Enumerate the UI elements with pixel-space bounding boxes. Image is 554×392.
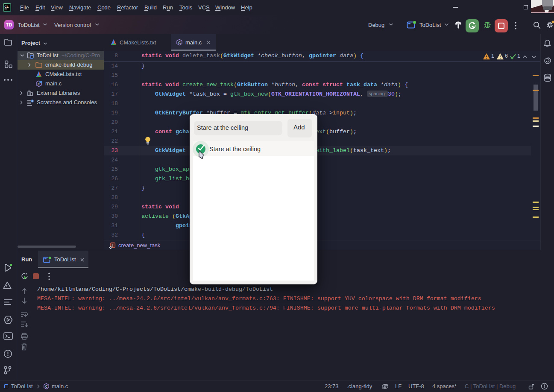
svg-text:C: C [45, 384, 48, 389]
svg-text:CL: CL [4, 5, 9, 9]
svg-text:C: C [178, 41, 181, 45]
